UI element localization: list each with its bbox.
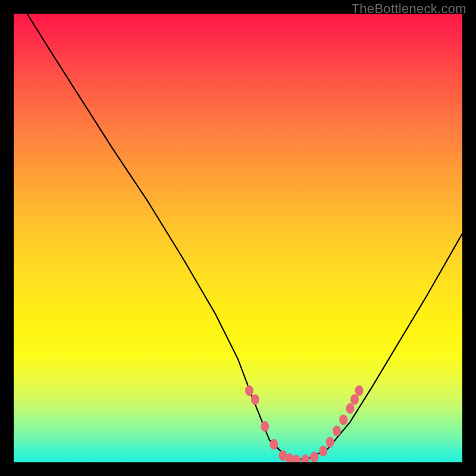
marker-point — [270, 439, 278, 450]
highlight-markers — [245, 385, 364, 462]
marker-point — [339, 414, 347, 425]
marker-point — [301, 455, 309, 463]
marker-point — [319, 446, 327, 456]
watermark-label: TheBottleneck.com — [352, 1, 466, 17]
marker-point — [251, 394, 259, 405]
marker-point — [346, 403, 355, 414]
data-curve — [27, 14, 462, 460]
marker-point — [310, 452, 318, 462]
chart-plot-area — [14, 14, 462, 462]
marker-point — [261, 421, 269, 432]
marker-point — [333, 425, 341, 436]
marker-point — [245, 385, 253, 396]
marker-point — [326, 437, 334, 447]
chart-svg — [14, 14, 462, 462]
marker-point — [355, 385, 364, 396]
marker-point — [350, 394, 359, 405]
marker-point — [292, 455, 300, 462]
